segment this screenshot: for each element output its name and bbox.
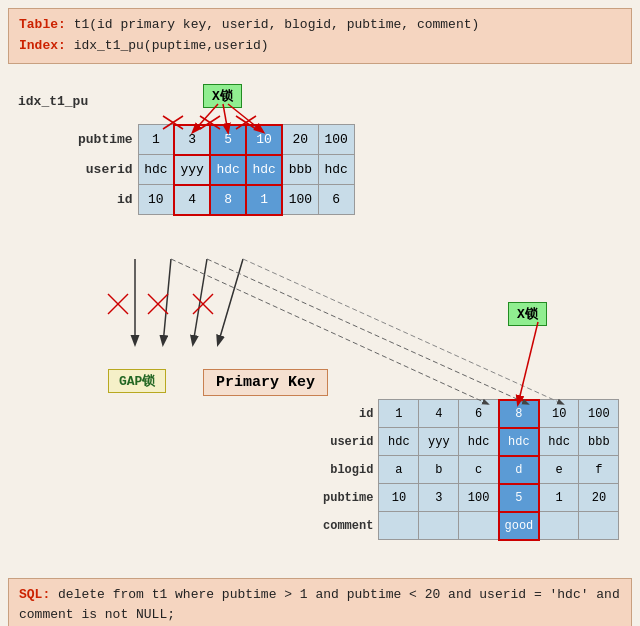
index-label: idx_t1_pu xyxy=(18,94,88,109)
idx-uid-1: yyy xyxy=(174,155,210,185)
puid-5: bbb xyxy=(579,428,619,456)
pid-5: 100 xyxy=(579,400,619,428)
pcomment-2 xyxy=(459,512,499,540)
index-id-row: id 10 4 8 1 100 6 xyxy=(78,185,354,215)
idx-uid-3: hdc xyxy=(246,155,282,185)
idx-uid-5: hdc xyxy=(318,155,354,185)
ppubtime-3: 5 xyxy=(499,484,539,512)
svg-line-18 xyxy=(108,294,128,314)
pblogid-5: f xyxy=(579,456,619,484)
idx-uid-0: hdc xyxy=(138,155,174,185)
svg-line-11 xyxy=(193,259,207,344)
idx-pub-4: 20 xyxy=(282,125,318,155)
svg-line-21 xyxy=(193,294,213,314)
index-userid-row: userid hdc yyy hdc hdc bbb hdc xyxy=(78,155,354,185)
svg-line-20 xyxy=(148,294,168,314)
pid-0: 1 xyxy=(379,400,419,428)
idx-pub-0: 1 xyxy=(138,125,174,155)
primary-comment-row: comment good xyxy=(323,512,619,540)
diagram-area: idx_t1_pu X锁 X锁 GAP锁 Primary Key pubtime… xyxy=(8,64,632,574)
puid-2: hdc xyxy=(459,428,499,456)
primary-id-row: id 1 4 6 8 10 100 xyxy=(323,400,619,428)
idx-id-1: 4 xyxy=(174,185,210,215)
puid-label: userid xyxy=(323,428,379,456)
x-lock-right: X锁 xyxy=(508,302,547,326)
ppubtime-1: 3 xyxy=(419,484,459,512)
pid-label: id xyxy=(323,400,379,428)
primary-userid-row: userid hdc yyy hdc hdc hdc bbb xyxy=(323,428,619,456)
svg-line-22 xyxy=(193,294,213,314)
pcomment-3: good xyxy=(499,512,539,540)
gap-lock-label: GAP锁 xyxy=(108,369,166,393)
pid-3: 8 xyxy=(499,400,539,428)
id-label: id xyxy=(78,185,138,215)
puid-1: yyy xyxy=(419,428,459,456)
primary-key-label: Primary Key xyxy=(203,369,328,396)
ppubtime-2: 100 xyxy=(459,484,499,512)
index-def: idx_t1_pu(puptime,userid) xyxy=(74,38,269,53)
sql-label: SQL: xyxy=(19,587,50,602)
idx-id-4: 100 xyxy=(282,185,318,215)
primary-blogid-row: blogid a b c d e f xyxy=(323,456,619,484)
idx-id-5: 6 xyxy=(318,185,354,215)
pblogid-0: a xyxy=(379,456,419,484)
pubtime-label: pubtime xyxy=(78,125,138,155)
pid-2: 6 xyxy=(459,400,499,428)
pid-1: 4 xyxy=(419,400,459,428)
idx-id-2: 8 xyxy=(210,185,246,215)
idx-pub-1: 3 xyxy=(174,125,210,155)
index-pubtime-row: pubtime 1 3 5 10 20 100 xyxy=(78,125,354,155)
userid-label: userid xyxy=(78,155,138,185)
table-keyword: Table: xyxy=(19,17,66,32)
primary-pubtime-row: pubtime 10 3 100 5 1 20 xyxy=(323,484,619,512)
puid-3: hdc xyxy=(499,428,539,456)
ppubtime-4: 1 xyxy=(539,484,579,512)
idx-uid-2: hdc xyxy=(210,155,246,185)
idx-pub-2: 5 xyxy=(210,125,246,155)
idx-id-0: 10 xyxy=(138,185,174,215)
idx-id-3: 1 xyxy=(246,185,282,215)
x-lock-top: X锁 xyxy=(203,84,242,108)
svg-line-10 xyxy=(163,259,171,344)
pid-4: 10 xyxy=(539,400,579,428)
primary-table: id 1 4 6 8 10 100 userid hdc yyy hdc hdc… xyxy=(323,399,619,541)
index-keyword: Index: xyxy=(19,38,66,53)
ppubtime-label: pubtime xyxy=(323,484,379,512)
ppubtime-0: 10 xyxy=(379,484,419,512)
idx-uid-4: bbb xyxy=(282,155,318,185)
idx-pub-3: 10 xyxy=(246,125,282,155)
sql-text: delete from t1 where pubtime > 1 and pub… xyxy=(19,587,620,623)
top-info-box: Table: t1(id primary key, userid, blogid… xyxy=(8,8,632,64)
pcomment-0 xyxy=(379,512,419,540)
pblogid-2: c xyxy=(459,456,499,484)
puid-0: hdc xyxy=(379,428,419,456)
ppubtime-5: 20 xyxy=(579,484,619,512)
pblogid-3: d xyxy=(499,456,539,484)
svg-line-19 xyxy=(148,294,168,314)
pblogid-4: e xyxy=(539,456,579,484)
idx-pub-5: 100 xyxy=(318,125,354,155)
pcomment-4 xyxy=(539,512,579,540)
pblogid-label: blogid xyxy=(323,456,379,484)
pcomment-1 xyxy=(419,512,459,540)
pcomment-label: comment xyxy=(323,512,379,540)
svg-line-16 xyxy=(518,322,538,404)
pblogid-1: b xyxy=(419,456,459,484)
puid-4: hdc xyxy=(539,428,579,456)
table-def: t1(id primary key, userid, blogid, pubti… xyxy=(74,17,480,32)
svg-line-17 xyxy=(108,294,128,314)
index-table: pubtime 1 3 5 10 20 100 userid hdc yyy h… xyxy=(78,124,355,216)
bottom-sql-box: SQL: delete from t1 where pubtime > 1 an… xyxy=(8,578,632,626)
svg-line-12 xyxy=(218,259,243,344)
pcomment-5 xyxy=(579,512,619,540)
